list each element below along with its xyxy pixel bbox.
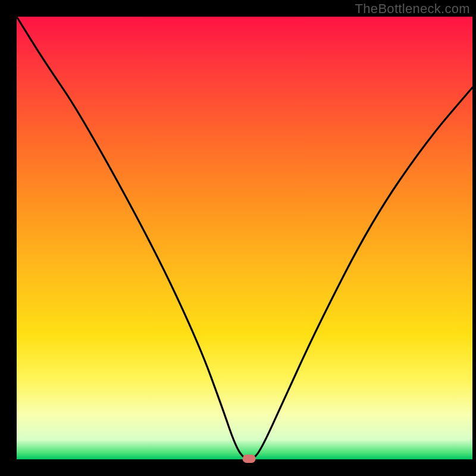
chart-frame: TheBottleneck.com (0, 0, 476, 476)
plot-background (17, 17, 472, 459)
optimum-marker (243, 455, 256, 463)
watermark-text: TheBottleneck.com (355, 1, 470, 17)
bottleneck-chart (0, 0, 476, 476)
